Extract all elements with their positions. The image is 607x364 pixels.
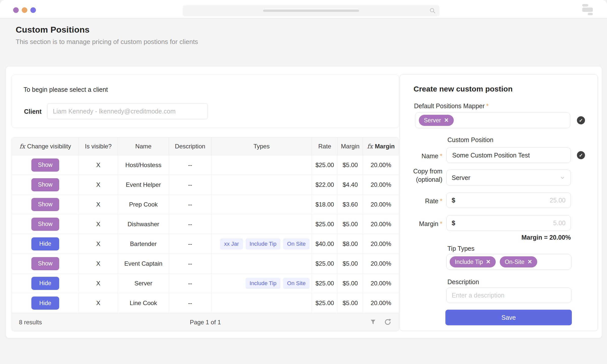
margin-value: $8.00: [338, 234, 363, 254]
filter-button[interactable]: [369, 318, 377, 326]
types-cell: Include TipOn Site: [211, 274, 312, 293]
position-name: Event Helper: [118, 175, 169, 194]
visible-flag: X: [79, 175, 118, 194]
margin-value: $5.00: [338, 293, 363, 313]
address-search-bar[interactable]: [183, 5, 440, 16]
tip-types-box[interactable]: Include Tip✕On-Site✕: [446, 254, 571, 270]
remove-icon[interactable]: ✕: [444, 118, 449, 123]
visibility-toggle-button[interactable]: Show: [31, 178, 59, 191]
select-value: Server: [452, 174, 470, 181]
required-asterisk: *: [440, 152, 442, 160]
visible-flag: X: [79, 293, 118, 313]
header-types: Types: [211, 138, 312, 155]
table-row: Show X Event Helper -- $22.00 $4.40 20.0…: [12, 175, 399, 195]
position-description: --: [169, 155, 211, 175]
bar: [582, 4, 588, 7]
client-select-input[interactable]: [47, 103, 208, 119]
copy-from-select[interactable]: Server: [446, 170, 571, 186]
required-asterisk: *: [440, 220, 442, 227]
position-name: Event Captain: [118, 254, 169, 273]
fx-margin-value: 20.00%: [363, 274, 399, 293]
results-count: 8 results: [19, 319, 42, 326]
types-cell: [211, 254, 312, 273]
rate-value: $25.00: [312, 214, 338, 234]
rate-value: $25.00: [312, 155, 338, 175]
visibility-toggle-button[interactable]: Show: [31, 257, 59, 270]
description-label: Description: [447, 278, 479, 286]
mapper-input[interactable]: Server ✕: [415, 112, 570, 128]
header-description: Description: [169, 138, 211, 155]
refresh-icon: [384, 318, 392, 326]
visible-flag: X: [79, 274, 118, 293]
rate-value: $18.00: [312, 195, 338, 214]
visibility-toggle-button[interactable]: Show: [31, 198, 59, 211]
name-label: Name*: [400, 152, 442, 160]
position-description: --: [169, 254, 211, 273]
fx-margin-value: 20.00%: [363, 175, 399, 194]
type-chip: Include Tip: [246, 238, 280, 249]
tip-type-pill: Include Tip✕: [450, 256, 496, 267]
header-margin: Margin: [338, 138, 363, 155]
visibility-toggle-button[interactable]: Hide: [31, 297, 59, 310]
window-dot-icon[interactable]: [13, 7, 19, 13]
funnel-icon: [369, 318, 377, 326]
save-button[interactable]: Save: [445, 310, 572, 325]
refresh-button[interactable]: [384, 318, 392, 326]
header-change-visibility: fxChange visibility: [12, 138, 79, 155]
type-chip: xx Jar: [220, 238, 243, 249]
currency-prefix: $: [452, 219, 455, 227]
name-field-shell: [446, 147, 571, 163]
visible-flag: X: [79, 214, 118, 234]
rate-value: $25.00: [312, 293, 338, 313]
page-subtitle: This section is to manage pricing of cus…: [16, 38, 198, 46]
description-field[interactable]: [452, 292, 566, 299]
table-row: Hide X Bartender -- xx JarInclude TipOn …: [12, 234, 399, 254]
app-window: Custom Positions This section is to mana…: [0, 0, 607, 364]
tip-type-pill: On-Site✕: [500, 256, 537, 267]
position-description: --: [169, 274, 211, 293]
types-cell: xx JarInclude TipOn Site: [211, 234, 312, 254]
valid-check-icon: ✓: [577, 116, 585, 124]
remove-icon[interactable]: ✕: [528, 259, 532, 265]
margin-value: $4.40: [338, 175, 363, 194]
margin-summary: Margin = 20.00%: [446, 234, 571, 241]
window-dot-icon[interactable]: [30, 7, 36, 13]
bar: [582, 8, 593, 12]
rate-field[interactable]: [458, 197, 566, 204]
window-controls[interactable]: [13, 7, 36, 13]
position-description: --: [169, 195, 211, 214]
fx-margin-value: 20.00%: [363, 234, 399, 254]
types-cell: [211, 175, 312, 194]
visibility-toggle-button[interactable]: Hide: [31, 277, 59, 290]
types-cell: [211, 293, 312, 313]
search-icon: [429, 7, 436, 14]
types-cell: [211, 214, 312, 234]
remove-icon[interactable]: ✕: [486, 259, 490, 265]
margin-field-shell: $: [446, 215, 571, 231]
rate-value: $22.00: [312, 175, 338, 194]
description-field-shell: [446, 287, 571, 303]
position-description: --: [169, 214, 211, 234]
stacked-bars-icon[interactable]: [582, 4, 593, 15]
visibility-toggle-button[interactable]: Show: [31, 218, 59, 231]
url-placeholder-line: [263, 10, 359, 12]
type-chip: On Site: [283, 278, 310, 289]
margin-value: $5.00: [338, 274, 363, 293]
rate-label: Rate*: [400, 197, 442, 205]
client-instruction: To begin please select a client: [24, 86, 108, 93]
bar: [588, 13, 593, 15]
fx-icon: fx: [367, 143, 373, 150]
visibility-toggle-button[interactable]: Show: [31, 158, 59, 172]
chevron-down-icon: [559, 175, 566, 181]
name-field[interactable]: [452, 152, 565, 159]
table-header: fxChange visibility Is visible? Name Des…: [12, 138, 399, 155]
window-dot-icon[interactable]: [22, 7, 27, 13]
tip-types-label: Tip Types: [447, 245, 474, 252]
margin-field[interactable]: [458, 219, 566, 227]
type-chip: Include Tip: [246, 278, 280, 289]
table-row: Hide X Line Cook -- $25.00 $5.00 20.00%: [12, 293, 399, 313]
visibility-toggle-button[interactable]: Hide: [31, 237, 59, 251]
visible-flag: X: [79, 195, 118, 214]
custom-position-label: Custom Position: [447, 136, 493, 144]
table-row: Show X Prep Cook -- $18.00 $3.60 20.00%: [12, 195, 399, 214]
